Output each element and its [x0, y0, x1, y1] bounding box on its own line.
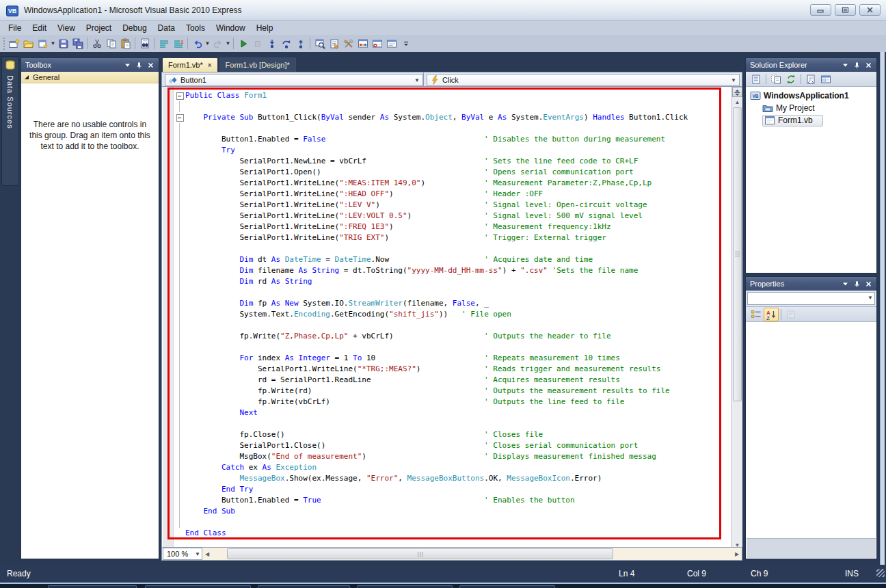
- se-properties-button[interactable]: [749, 72, 764, 86]
- code-line[interactable]: MessageBox.Show(ex.Message, "Error", Mes…: [174, 473, 731, 484]
- minimize-button[interactable]: [810, 4, 831, 16]
- code-line[interactable]: Next: [174, 407, 731, 418]
- menu-window[interactable]: Window: [211, 22, 251, 34]
- solution-explorer-button[interactable]: [312, 36, 327, 51]
- copy-button[interactable]: [104, 36, 118, 51]
- window-position-icon[interactable]: [124, 62, 131, 69]
- code-line[interactable]: [174, 243, 731, 254]
- menu-file[interactable]: File: [3, 22, 27, 34]
- window-position-icon[interactable]: [842, 280, 849, 288]
- code-line[interactable]: [174, 517, 731, 528]
- start-debugging-button[interactable]: [236, 36, 250, 51]
- scroll-right-arrow[interactable]: ▶: [732, 548, 742, 559]
- code-line[interactable]: fp.Write(rd) ' Outputs the measurement r…: [174, 386, 731, 397]
- tree-item-form1-vb[interactable]: Form1.vb: [747, 114, 875, 126]
- indicator-margin[interactable]: [163, 87, 174, 547]
- save-button[interactable]: [56, 36, 70, 51]
- categorized-button[interactable]: [749, 308, 764, 321]
- close-icon[interactable]: [865, 280, 872, 288]
- code-line[interactable]: MsgBox("End of measurement") ' Displays …: [174, 451, 731, 462]
- property-pages-button[interactable]: [783, 308, 798, 321]
- close-button[interactable]: [859, 4, 881, 16]
- toolbar-grip[interactable]: [3, 38, 5, 50]
- overflow-button[interactable]: [399, 36, 413, 51]
- vertical-scroll-thumb[interactable]: [733, 107, 742, 401]
- code-line[interactable]: SerialPort1.NewLine = vbCrLf ' Sets the …: [174, 156, 731, 167]
- window-position-icon[interactable]: [842, 62, 849, 69]
- properties-object-dropdown[interactable]: ▼: [747, 292, 875, 305]
- menu-tools[interactable]: Tools: [180, 22, 211, 34]
- vertical-scrollbar[interactable]: ▲ ▼: [731, 87, 742, 550]
- code-line[interactable]: fp.Close() ' Closes file: [174, 429, 731, 440]
- code-line[interactable]: Private Sub Button1_Click(ByVal sender A…: [174, 112, 731, 123]
- code-line[interactable]: SerialPort1.WriteLine(":FREQ 1E3") ' Mea…: [174, 222, 731, 232]
- dropdown-caret-icon[interactable]: ▼: [50, 36, 56, 51]
- tree-item-windowsapplication1[interactable]: VBWindowsApplication1: [747, 90, 875, 102]
- paste-button[interactable]: [118, 36, 133, 51]
- menu-data[interactable]: Data: [152, 22, 180, 34]
- code-line[interactable]: Dim rd As String: [174, 276, 731, 287]
- menu-debug[interactable]: Debug: [117, 22, 152, 34]
- code-line[interactable]: [174, 287, 731, 298]
- code-line[interactable]: Dim fp As New System.IO.StreamWriter(fil…: [174, 298, 731, 309]
- code-line[interactable]: fp.Write(vbCrLf) ' Outputs the line feed…: [174, 397, 731, 407]
- properties-window-button[interactable]: [327, 36, 341, 51]
- pin-icon[interactable]: [853, 280, 861, 288]
- uncomment-lines-button[interactable]: 2: [171, 36, 185, 51]
- se-refresh-button[interactable]: [783, 72, 798, 86]
- code-line[interactable]: fp.Write("Z,Phase,Cp,Lp" + vbCrLf) ' Out…: [174, 331, 731, 342]
- code-line[interactable]: [174, 123, 731, 134]
- toolbox-title-bar[interactable]: Toolbox: [21, 58, 159, 72]
- code-line[interactable]: rd = SerialPort1.ReadLine ' Acquires mea…: [174, 375, 731, 386]
- splitter-button[interactable]: [732, 87, 742, 97]
- code-line[interactable]: Button1.Enabled = False ' Disables the b…: [174, 134, 731, 145]
- code-line[interactable]: SerialPort1.Close() ' Closes serial comm…: [174, 440, 731, 451]
- code-line[interactable]: End Sub: [174, 506, 731, 517]
- alphabetical-button[interactable]: AZ: [764, 308, 779, 321]
- code-line[interactable]: System.Text.Encoding.GetEncoding("shift_…: [174, 309, 731, 320]
- zoom-selector[interactable]: 100 % ▼: [163, 548, 202, 560]
- extension-manager-button[interactable]: [341, 36, 355, 51]
- dropdown-caret-icon[interactable]: ▼: [225, 36, 231, 51]
- pin-icon[interactable]: [135, 62, 143, 69]
- step-over-button[interactable]: [279, 36, 293, 51]
- horizontal-scroll-track[interactable]: [212, 548, 732, 559]
- solution-explorer-title-bar[interactable]: Solution Explorer: [746, 58, 876, 72]
- fold-collapse-icon[interactable]: [174, 112, 185, 123]
- find-in-files-button[interactable]: [137, 36, 152, 51]
- tab-close-icon[interactable]: ×: [208, 62, 212, 69]
- tab-form1-vb-[interactable]: Form1.vb*×: [162, 57, 218, 72]
- error-list-button[interactable]: [355, 36, 370, 51]
- code-line[interactable]: SerialPort1.WriteLine(":MEAS:ITEM 149,0"…: [174, 178, 731, 189]
- redo-button[interactable]: [211, 36, 225, 51]
- code-line[interactable]: SerialPort1.WriteLine(":LEV V") ' Signal…: [174, 200, 731, 211]
- code-line[interactable]: SerialPort1.Open() ' Opens serial commun…: [174, 167, 731, 178]
- se-view-designer-button[interactable]: [818, 72, 833, 86]
- properties-grid[interactable]: [747, 323, 876, 538]
- command-window-button[interactable]: [384, 36, 399, 51]
- close-icon[interactable]: [147, 62, 155, 69]
- scroll-up-arrow[interactable]: ▲: [733, 98, 742, 106]
- undo-button[interactable]: [190, 36, 204, 51]
- code-line[interactable]: [174, 342, 731, 353]
- resize-grip[interactable]: [876, 569, 885, 577]
- code-line[interactable]: End Class: [174, 528, 731, 539]
- menu-project[interactable]: Project: [81, 22, 117, 34]
- menu-help[interactable]: Help: [251, 22, 279, 34]
- window-right-border[interactable]: [880, 52, 885, 565]
- toolbox-group-general[interactable]: General: [21, 72, 159, 83]
- object-dropdown[interactable]: Button1 ▼: [165, 74, 423, 86]
- close-icon[interactable]: [865, 62, 872, 69]
- immediate-window-button[interactable]: [370, 36, 384, 51]
- code-line[interactable]: Catch ex As Exception: [174, 462, 731, 473]
- code-line[interactable]: End Try: [174, 484, 731, 495]
- menu-view[interactable]: View: [52, 22, 81, 34]
- code-line[interactable]: [174, 101, 731, 112]
- code-line[interactable]: Dim dt As DateTime = DateTime.Now ' Acqu…: [174, 254, 731, 265]
- break-all-button[interactable]: [250, 36, 265, 51]
- code-line[interactable]: Public Class Form1: [174, 90, 731, 101]
- code-line[interactable]: SerialPort1.WriteLine(":LEV:VOLT 0.5") '…: [174, 211, 731, 222]
- code-line[interactable]: [174, 418, 731, 429]
- horizontal-scroll-thumb[interactable]: [227, 548, 613, 559]
- cut-button[interactable]: [90, 36, 104, 51]
